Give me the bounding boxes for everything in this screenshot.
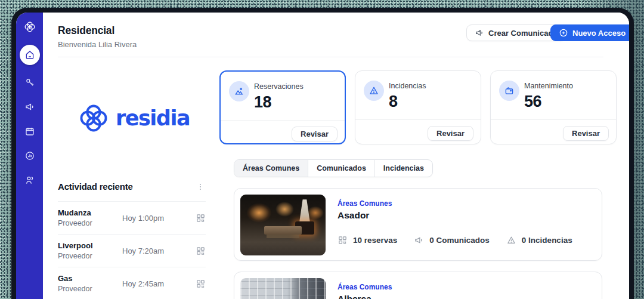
reservas-count: 10 reservas xyxy=(353,236,397,245)
content-tabs: Áreas Comunes Comunicados Incidencias xyxy=(234,159,433,177)
comunicados-count: 0 Comunicados xyxy=(429,236,490,245)
area-stats: 10 reservas 0 Comunicados 0 Incidencias xyxy=(338,235,583,245)
activity-name: Mudanza xyxy=(58,208,122,217)
sidebar-item-announcements[interactable] xyxy=(20,97,40,117)
new-access-label: Nuevo Acceso xyxy=(572,29,626,38)
comunicados-stat: 0 Comunicados xyxy=(414,235,490,245)
desktop-background: { "header": { "title": "Residencial", "s… xyxy=(0,0,644,299)
activity-time: Hoy 1:00pm xyxy=(122,214,196,223)
reservas-stat: 10 reservas xyxy=(338,235,397,245)
kebab-menu-icon[interactable] xyxy=(195,181,206,192)
users-icon xyxy=(24,175,35,186)
sidebar-item-residents[interactable] xyxy=(20,170,40,190)
megaphone-icon xyxy=(24,101,35,112)
incidencias-stat: 0 Incidencias xyxy=(506,235,572,245)
sidebar-item-reservations[interactable] xyxy=(20,121,40,141)
brand-wordmark: residia xyxy=(116,106,190,130)
review-button[interactable]: Revisar xyxy=(292,127,338,141)
sidebar xyxy=(16,13,43,299)
divider xyxy=(355,119,481,120)
alberca-photo xyxy=(240,278,326,299)
activity-row[interactable]: Mudanza Proveedor Hoy 1:00pm xyxy=(58,202,206,235)
megaphone-icon xyxy=(475,28,484,38)
stat-value: 56 xyxy=(524,93,541,111)
warning-icon xyxy=(364,81,384,101)
create-announcement-label: Crear Comunicado xyxy=(488,29,558,38)
brand-logo: residia xyxy=(76,101,190,135)
stat-card-incidencias[interactable]: Incidencias 8 Revisar xyxy=(355,70,481,144)
divider xyxy=(221,120,345,121)
activity-time: Hoy 2:45am xyxy=(122,279,196,288)
qr-code-icon[interactable] xyxy=(196,246,206,256)
sidebar-item-reports[interactable] xyxy=(20,146,40,166)
qr-code-icon[interactable] xyxy=(196,279,206,289)
main-content: Residencial Bienvenida Lilia Rivera Crea… xyxy=(43,13,629,299)
wallet-icon xyxy=(499,81,519,101)
area-category-link[interactable]: Áreas Comunes xyxy=(338,199,392,208)
activity-type: Proveedor xyxy=(58,252,122,260)
activity-type: Proveedor xyxy=(58,285,122,293)
photo-table xyxy=(264,226,302,235)
qr-code-icon[interactable] xyxy=(196,213,206,223)
activity-name: Liverpool xyxy=(58,241,122,250)
home-icon xyxy=(24,50,35,60)
calendar-icon xyxy=(24,126,35,137)
tab-areas-comunes[interactable]: Áreas Comunes xyxy=(234,160,308,177)
photo-chimney xyxy=(299,199,311,224)
area-name: Alberca xyxy=(338,294,371,299)
new-access-button[interactable]: Nuevo Acceso xyxy=(550,24,629,41)
image-icon xyxy=(229,81,249,101)
tab-incidencias[interactable]: Incidencias xyxy=(375,160,432,177)
divider xyxy=(491,119,616,120)
stat-card-mantenimiento[interactable]: Mantenimiento 56 Revisar xyxy=(490,70,617,144)
stat-value: 8 xyxy=(389,93,398,111)
residia-logo-icon xyxy=(23,20,36,33)
stat-label: Incidencias xyxy=(389,82,426,90)
megaphone-icon xyxy=(414,235,424,245)
key-icon xyxy=(24,77,35,88)
header-divider xyxy=(58,57,603,57)
activity-row[interactable]: Liverpool Proveedor Hoy 7:20am xyxy=(58,235,206,267)
qr-code-icon xyxy=(338,235,348,245)
page-title: Residencial xyxy=(58,24,114,37)
stat-label: Reservaciones xyxy=(254,82,304,91)
app-window: Residencial Bienvenida Lilia Rivera Crea… xyxy=(16,13,629,299)
app-window-frame: Residencial Bienvenida Lilia Rivera Crea… xyxy=(11,8,634,299)
review-button[interactable]: Revisar xyxy=(563,126,609,141)
stat-card-reservaciones[interactable]: Reservaciones 18 Revisar xyxy=(219,70,346,144)
sidebar-item-home[interactable] xyxy=(20,45,40,65)
stat-label: Mantenimiento xyxy=(524,82,573,90)
tab-comunicados[interactable]: Comunicados xyxy=(308,160,375,177)
activity-type: Proveedor xyxy=(58,219,122,227)
plus-circle-icon xyxy=(559,28,568,38)
residia-logo-icon xyxy=(76,101,111,135)
stat-value: 18 xyxy=(254,93,271,112)
asador-photo xyxy=(240,195,326,255)
chart-icon xyxy=(24,150,35,161)
sidebar-item-access[interactable] xyxy=(20,72,40,93)
area-name: Asador xyxy=(338,210,369,221)
activity-time: Hoy 7:20am xyxy=(122,246,196,255)
incidencias-count: 0 Incidencias xyxy=(522,236,572,245)
activity-row[interactable]: Gas Proveedor Hoy 2:45am xyxy=(58,267,206,299)
area-category-link[interactable]: Áreas Comunes xyxy=(338,283,392,291)
area-card-asador[interactable]: Áreas Comunes Asador 10 reservas 0 Comun… xyxy=(234,188,602,261)
area-card-alberca[interactable]: Áreas Comunes Alberca xyxy=(234,272,602,299)
activity-name: Gas xyxy=(58,274,122,283)
welcome-text: Bienvenida Lilia Rivera xyxy=(58,40,137,49)
activity-title: Actividad reciente xyxy=(58,181,133,192)
recent-activity-panel: Actividad reciente Mudanza Proveedor Hoy… xyxy=(58,181,206,299)
review-button[interactable]: Revisar xyxy=(428,126,473,141)
warning-icon xyxy=(506,235,516,245)
